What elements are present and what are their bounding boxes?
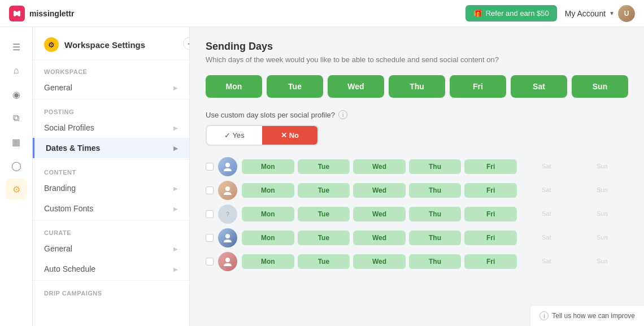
sidebar-icon-calendar[interactable]: ▦ — [6, 131, 27, 153]
profile-checkbox[interactable] — [206, 210, 214, 218]
profile-day-tue[interactable]: Tue — [298, 183, 350, 198]
profile-avatar — [218, 228, 237, 247]
menu-item-dates-times[interactable]: Dates & Times ▶ — [33, 138, 189, 158]
profile-row: Mon Tue Wed Thu Fri Sat Sun — [206, 181, 628, 200]
profile-checkbox[interactable] — [206, 163, 214, 171]
profile-day-tue[interactable]: Tue — [298, 159, 350, 174]
page-title: Sending Days — [206, 41, 628, 53]
day-mon[interactable]: Mon — [206, 75, 262, 98]
profile-img-icon — [222, 185, 233, 196]
logo-icon — [9, 6, 25, 21]
profile-days-row: Mon Tue Wed Thu Fri Sat Sun — [242, 159, 628, 174]
profile-day-mon[interactable]: Mon — [242, 207, 294, 221]
sidebar-icon-home[interactable]: ⌂ — [6, 60, 27, 81]
menu-item-general-curate[interactable]: General ▶ — [33, 238, 189, 259]
toggle-no-button[interactable]: ✕ No — [262, 126, 317, 145]
profile-day-thu[interactable]: Thu — [409, 207, 462, 221]
profile-row: ? Mon Tue Wed Thu Fri Sat Sun — [206, 205, 628, 224]
menu-label: Social Profiles — [44, 123, 94, 132]
profile-avatar — [218, 181, 237, 200]
refer-button[interactable]: 🎁 Refer and earn $50 — [465, 5, 557, 21]
profile-day-fri[interactable]: Fri — [464, 254, 517, 269]
info-circle-icon: i — [539, 311, 549, 320]
profile-day-mon[interactable]: Mon — [242, 159, 294, 174]
my-account-menu[interactable]: My Account ▼ U — [565, 5, 635, 22]
profile-day-fri[interactable]: Fri — [464, 207, 517, 221]
collapse-arrow[interactable]: ◀ — [183, 37, 190, 50]
section-workspace: Workspace General ▶ — [33, 60, 189, 98]
arrow-icon: ▶ — [173, 246, 178, 252]
profile-day-sun-off: Sun — [576, 183, 628, 198]
day-sun[interactable]: Sun — [572, 75, 628, 98]
sidebar-icon-drop[interactable]: ◉ — [6, 84, 27, 105]
gift-icon: 🎁 — [473, 9, 482, 18]
day-fri[interactable]: Fri — [450, 75, 506, 98]
day-sat[interactable]: Sat — [511, 75, 567, 98]
profile-day-sat-off: Sat — [520, 183, 573, 198]
profile-day-wed[interactable]: Wed — [353, 207, 406, 221]
profile-row: Mon Tue Wed Thu Fri Sat Sun — [206, 252, 628, 271]
profile-day-wed[interactable]: Wed — [353, 231, 406, 245]
profile-day-thu[interactable]: Thu — [409, 183, 462, 198]
logo[interactable]: missinglettr — [9, 6, 74, 21]
profile-day-wed[interactable]: Wed — [353, 159, 406, 174]
profile-day-sun-off: Sun — [576, 231, 628, 245]
profile-day-fri[interactable]: Fri — [464, 231, 517, 245]
sidebar-icon-circle[interactable]: ◯ — [6, 155, 27, 176]
feedback-bar[interactable]: i Tell us how we can improve — [530, 305, 644, 326]
menu-item-general-workspace[interactable]: General ▶ — [33, 77, 189, 98]
icon-sidebar: ☰ ⌂ ◉ ⧉ ▦ ◯ ⚙ — [0, 27, 33, 326]
profile-day-thu[interactable]: Thu — [409, 159, 462, 174]
section-content: Content Branding ▶ Custom Fonts ▶ — [33, 161, 189, 219]
menu-item-auto-schedule[interactable]: Auto Schedule ▶ — [33, 259, 189, 279]
main-content: Sending Days Which days of the week woul… — [190, 27, 644, 326]
menu-label: General — [44, 244, 72, 253]
profile-day-thu[interactable]: Thu — [409, 254, 462, 269]
refer-label: Refer and earn $50 — [486, 9, 549, 18]
settings-header: ⚙ Workspace Settings ◀ — [33, 27, 189, 60]
profile-day-fri[interactable]: Fri — [464, 183, 517, 198]
info-icon[interactable]: i — [338, 110, 347, 119]
profile-checkbox[interactable] — [206, 258, 214, 266]
profile-day-fri[interactable]: Fri — [464, 159, 517, 174]
profile-day-mon[interactable]: Mon — [242, 254, 294, 269]
profile-checkbox[interactable] — [206, 186, 214, 194]
day-thu[interactable]: Thu — [389, 75, 445, 98]
svg-point-1 — [225, 163, 230, 167]
toggle-yes-button[interactable]: ✓ Yes — [207, 126, 262, 145]
sidebar-icon-settings[interactable]: ⚙ — [6, 179, 27, 200]
profile-days-row: Mon Tue Wed Thu Fri Sat Sun — [242, 231, 628, 245]
topnav-right: 🎁 Refer and earn $50 My Account ▼ U — [465, 5, 635, 22]
arrow-icon: ▶ — [173, 125, 178, 131]
logo-text: missinglettr — [29, 9, 74, 18]
profile-day-tue[interactable]: Tue — [298, 207, 350, 221]
menu-item-branding[interactable]: Branding ▶ — [33, 178, 189, 198]
profile-day-wed[interactable]: Wed — [353, 254, 406, 269]
profile-day-wed[interactable]: Wed — [353, 183, 406, 198]
section-drip: Drip Campaigns — [33, 282, 189, 299]
profile-avatar — [218, 157, 237, 176]
day-wed[interactable]: Wed — [328, 75, 384, 98]
profile-days-row: Mon Tue Wed Thu Fri Sat Sun — [242, 207, 628, 221]
profile-row: Mon Tue Wed Thu Fri Sat Sun — [206, 157, 628, 176]
menu-label: Branding — [44, 184, 76, 193]
sidebar-icon-layers[interactable]: ⧉ — [6, 107, 27, 129]
day-tue[interactable]: Tue — [267, 75, 323, 98]
profile-img-icon — [222, 232, 233, 244]
profile-day-tue[interactable]: Tue — [298, 254, 350, 269]
profile-day-thu[interactable]: Thu — [409, 231, 462, 245]
menu-item-custom-fonts[interactable]: Custom Fonts ▶ — [33, 198, 189, 219]
profile-day-tue[interactable]: Tue — [298, 231, 350, 245]
profile-checkbox[interactable] — [206, 234, 214, 242]
feedback-label: Tell us how we can improve — [552, 312, 635, 320]
menu-label: Custom Fonts — [44, 204, 93, 213]
chevron-down-icon: ▼ — [609, 10, 615, 16]
arrow-icon: ▶ — [173, 85, 178, 91]
section-posting: Posting Social Profiles ▶ Dates & Times … — [33, 101, 189, 158]
svg-point-3 — [225, 186, 230, 191]
sidebar-icon-menu[interactable]: ☰ — [6, 36, 27, 58]
menu-item-social-profiles[interactable]: Social Profiles ▶ — [33, 118, 189, 138]
menu-label: Auto Schedule — [44, 264, 95, 273]
profile-day-mon[interactable]: Mon — [242, 183, 294, 198]
profile-day-mon[interactable]: Mon — [242, 231, 294, 245]
